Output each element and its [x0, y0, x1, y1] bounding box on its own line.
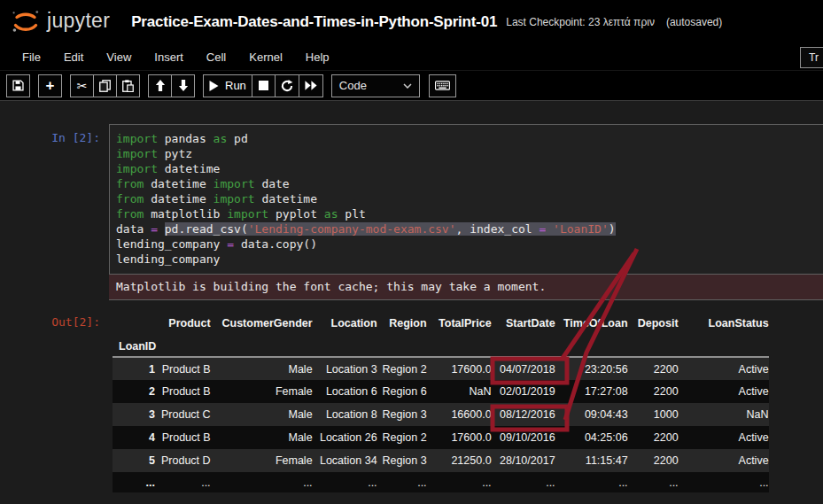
cell: ...	[427, 472, 492, 492]
cell: Product D	[161, 449, 211, 472]
code-line-7: data = pd.read_csv('Lending-company-mod-…	[116, 221, 823, 236]
menu-edit[interactable]: Edit	[52, 44, 95, 71]
code-line-3: import datetime	[116, 161, 823, 176]
column-header-loanstatus: LoanStatus	[679, 310, 769, 337]
cell: Product B	[161, 357, 211, 380]
menu-file[interactable]: File	[11, 44, 52, 71]
jupyter-logo-icon	[11, 7, 41, 37]
code-token: import	[214, 192, 255, 205]
code-line-5: from datetime import datetime	[116, 191, 823, 206]
toolbar: +✂Run Code	[0, 71, 823, 101]
code-cell[interactable]: In [2]: import pandas as pdimport pytzim…	[0, 124, 823, 275]
paste-icon	[122, 80, 134, 92]
toolbar-group	[148, 74, 195, 97]
row-index: 4	[113, 426, 161, 449]
move-cell-up-button[interactable]	[148, 74, 172, 97]
cell-output: Out[2]: ProductCustomerGenderLocationReg…	[0, 308, 823, 492]
code-token: plt	[338, 207, 365, 221]
command-palette-button[interactable]	[429, 74, 456, 97]
code-token: pd	[227, 132, 247, 145]
code-token: import	[116, 132, 158, 145]
interrupt-kernel-button[interactable]	[252, 74, 276, 97]
cell: Region 6	[377, 380, 427, 403]
cell: Male	[211, 357, 313, 380]
code-token: import	[116, 147, 158, 160]
row-index: 1	[113, 357, 161, 380]
code-line-2: import pytz	[116, 146, 823, 161]
toolbar-group	[6, 74, 30, 97]
table-row: 4Product BMaleLocation 26Region 217600.0…	[113, 426, 769, 449]
code-token: datetime	[144, 177, 213, 190]
menu-cell[interactable]: Cell	[195, 44, 237, 71]
code-token: , index_col	[456, 222, 540, 236]
menu-bar-items: FileEditViewInsertCellKernelHelp	[11, 44, 341, 71]
cell: Location 3	[313, 357, 377, 380]
cell: 2200	[628, 380, 679, 403]
code-token: pandas	[158, 132, 214, 145]
insert-cell-button[interactable]: +	[38, 74, 62, 97]
index-name-spacer	[377, 337, 427, 357]
code-line-9: lending_company	[116, 252, 823, 267]
cell: 2200	[628, 449, 679, 472]
code-token: data	[116, 222, 151, 236]
code-token: lending_company	[116, 252, 220, 266]
table-row: ..............................	[113, 472, 769, 492]
code-token: 'LoanID'	[553, 222, 609, 236]
move-cell-down-button[interactable]	[171, 74, 195, 97]
menu-view[interactable]: View	[95, 44, 143, 71]
cut-cells-button[interactable]: ✂	[70, 74, 94, 97]
cell: ...	[211, 472, 313, 492]
floppy-icon	[12, 80, 24, 91]
cell: Product C	[161, 403, 211, 426]
code-token	[546, 222, 553, 236]
jupyter-logo[interactable]: jupyter	[11, 7, 110, 37]
cell: Location 34	[313, 449, 377, 472]
cell: Location 26	[313, 426, 377, 449]
cell: Region 3	[377, 449, 427, 472]
cell: 09:04:43	[555, 403, 628, 426]
code-token: date	[255, 177, 290, 190]
copy-cells-button[interactable]	[93, 74, 117, 97]
jupyter-logo-text: jupyter	[47, 9, 110, 35]
cell: 11:15:47	[555, 449, 628, 472]
row-index: 3	[113, 403, 161, 426]
code-token: as	[324, 207, 338, 221]
menu-kernel[interactable]: Kernel	[237, 44, 294, 71]
cell: 23:20:56	[555, 357, 628, 380]
trusted-button[interactable]: Tr	[800, 47, 823, 68]
table-row: 1Product BMaleLocation 3Region 217600.00…	[113, 357, 769, 380]
chevron-down-icon	[403, 83, 412, 89]
column-header-deposit: Deposit	[628, 310, 679, 337]
code-line-6: from matplotlib import pyplot as plt	[116, 206, 823, 221]
run-button[interactable]: Run	[203, 74, 252, 97]
code-editor[interactable]: import pandas as pdimport pytzimport dat…	[109, 124, 823, 275]
code-token	[158, 222, 165, 236]
notebook-title[interactable]: Practice-Exam-Dates-and-Times-in-Python-…	[131, 13, 497, 31]
menu-help[interactable]: Help	[294, 44, 341, 71]
code-token: =	[151, 222, 158, 236]
cell-type-select[interactable]: Code	[331, 74, 420, 97]
restart-kernel-button[interactable]	[275, 74, 299, 97]
cell: Active	[679, 380, 769, 403]
cell: ...	[377, 472, 427, 492]
toolbar-group: ✂	[70, 74, 140, 97]
toolbar-keyboard-group	[429, 74, 464, 97]
cell: Active	[679, 357, 769, 380]
cell: Region 2	[377, 357, 427, 380]
copy-icon	[99, 80, 111, 92]
menu-bar: FileEditViewInsertCellKernelHelp Tr	[0, 44, 823, 71]
menu-insert[interactable]: Insert	[143, 44, 195, 71]
cell: NaN	[679, 403, 769, 426]
cell: ...	[555, 472, 628, 492]
save-button[interactable]	[6, 74, 30, 97]
cell: ...	[492, 472, 555, 492]
column-header-totalprice: TotalPrice	[427, 310, 492, 337]
index-name-spacer	[628, 337, 679, 357]
restart-run-all-button[interactable]	[299, 74, 323, 97]
arrow-down-icon	[178, 80, 189, 91]
code-token: import	[227, 207, 268, 221]
cell: Female	[211, 380, 313, 403]
cell: Product B	[161, 380, 211, 403]
index-spacer	[113, 310, 161, 337]
paste-cells-button[interactable]	[116, 74, 140, 97]
